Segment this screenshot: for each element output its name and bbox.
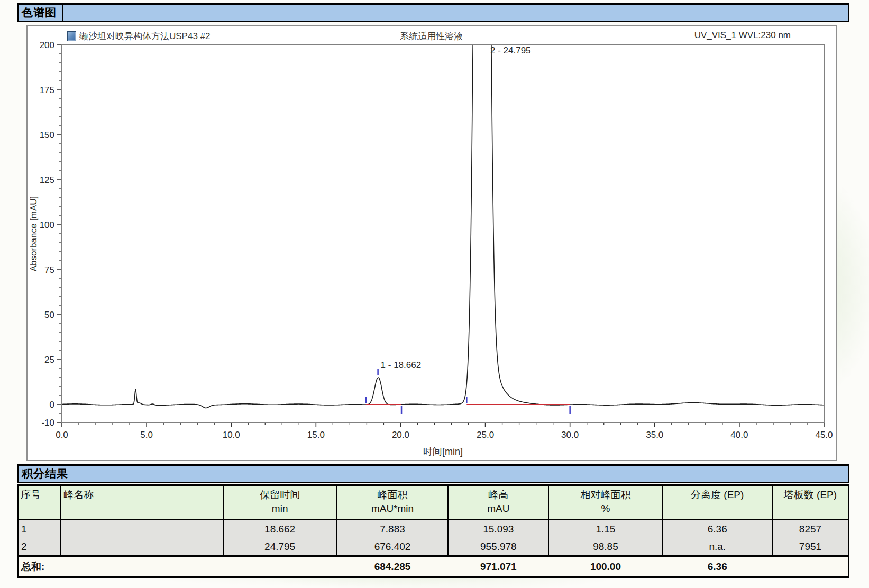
x-tick-label: 15.0 [307, 430, 325, 440]
sum-cell [772, 556, 849, 578]
results-section-bar: 积分结果 [17, 464, 849, 483]
x-tick-label: 0.0 [56, 430, 68, 440]
column-header: 塔板数 (EP) [772, 485, 849, 520]
x-tick-label: 5.0 [140, 430, 153, 440]
chromatogram-plot: 2001751501251007550250-100.05.010.015.02… [32, 42, 836, 445]
result-cell: 15.093 [448, 520, 548, 538]
x-axis-label: 时间[min] [62, 445, 824, 458]
peak-label: 1 - 18.662 [381, 360, 422, 370]
x-tick-label: 40.0 [730, 430, 748, 440]
y-tick-label: 200 [40, 42, 54, 50]
result-cell: 8257 [772, 520, 849, 538]
y-tick-label: 125 [40, 175, 54, 185]
result-cell: 7951 [772, 538, 849, 556]
column-header: 保留时间min [223, 485, 337, 520]
y-tick-label: 25 [44, 355, 54, 365]
peak-result-row: 224.795676.402955.97898.85n.a.7951 [18, 538, 849, 556]
results-section-title: 积分结果 [19, 466, 74, 482]
column-header: 峰面积mAU*min [337, 485, 449, 520]
integration-results-table: 序号 峰名称 保留时间min峰面积mAU*min峰高mAU相对峰面积%分离度 (… [17, 484, 849, 578]
y-tick-label: 50 [44, 310, 54, 320]
result-cell [61, 520, 223, 538]
peak-label: 2 - 24.795 [490, 45, 531, 56]
sum-row: 总和:684.285971.071100.006.36 [18, 556, 849, 578]
sum-label: 总和: [18, 556, 223, 578]
result-cell [61, 538, 223, 556]
column-header: 分离度 (EP) [663, 485, 772, 520]
result-cell: 2 [18, 538, 61, 556]
report-body: 色谱图 缬沙坦对映异构体方法USP43 #2 系统适用性溶液 UV_VIS_1 … [17, 3, 849, 578]
x-tick-label: 20.0 [392, 430, 409, 440]
chromatography-report-page: 色谱图 缬沙坦对映异构体方法USP43 #2 系统适用性溶液 UV_VIS_1 … [0, 0, 869, 588]
x-tick-label: 10.0 [223, 430, 240, 440]
sum-cell: 6.36 [663, 556, 772, 578]
chromatogram-chart: 缬沙坦对映异构体方法USP43 #2 系统适用性溶液 UV_VIS_1 WVL:… [26, 25, 837, 461]
sum-cell: 971.071 [448, 556, 548, 578]
column-header: 序号 [18, 485, 61, 520]
detector-channel-label: UV_VIS_1 WVL:230 nm [694, 30, 791, 41]
chromatogram-section-bar: 色谱图 [17, 3, 849, 22]
y-tick-label: -10 [41, 418, 54, 428]
result-cell: 955.978 [448, 538, 548, 556]
chromatogram-trace [62, 42, 824, 408]
result-cell: 98.85 [548, 538, 662, 556]
result-cell: 18.662 [223, 520, 337, 538]
column-header: 峰高mAU [448, 485, 548, 520]
sum-cell: 100.00 [548, 556, 662, 578]
y-tick-label: 175 [40, 85, 54, 95]
x-tick-label: 30.0 [561, 430, 579, 440]
result-cell: 1.15 [548, 520, 662, 538]
sum-cell: 684.285 [337, 556, 449, 578]
result-cell: 676.402 [337, 538, 449, 556]
chromatogram-section-title: 色谱图 [19, 5, 63, 21]
x-tick-label: 35.0 [646, 430, 663, 440]
y-tick-label: 0 [50, 400, 54, 410]
x-tick-label: 45.0 [815, 430, 833, 440]
sum-cell [223, 556, 337, 578]
peak-result-row: 118.6627.88315.0931.156.368257 [18, 520, 849, 538]
result-cell: 6.36 [663, 520, 772, 538]
result-cell: 24.795 [223, 538, 337, 556]
result-cell: 7.883 [337, 520, 449, 538]
y-tick-label: 150 [40, 130, 54, 140]
x-tick-label: 25.0 [477, 430, 494, 440]
result-cell: 1 [18, 520, 61, 538]
column-header: 相对峰面积% [548, 485, 662, 520]
y-tick-label: 100 [40, 220, 54, 230]
y-tick-label: 75 [44, 265, 54, 275]
result-cell: n.a. [663, 538, 772, 556]
column-header: 峰名称 [61, 485, 223, 520]
